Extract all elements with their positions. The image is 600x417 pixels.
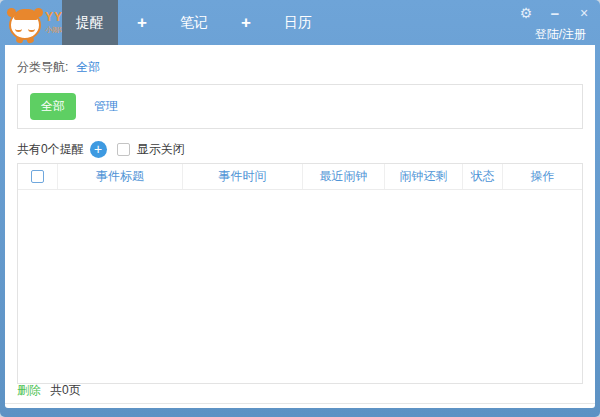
add-reminder-button[interactable]: + bbox=[90, 141, 107, 158]
col-alarm-remaining: 闹钟还剩 bbox=[385, 164, 463, 189]
app-logo: YY 小闹钟 bbox=[7, 3, 65, 43]
col-event-time: 事件时间 bbox=[183, 164, 303, 189]
close-button[interactable]: × bbox=[576, 5, 592, 21]
add-note-tab-button[interactable]: + bbox=[222, 0, 270, 45]
page-count-text: 共0页 bbox=[50, 382, 81, 399]
table-body-empty bbox=[18, 190, 582, 384]
main-tabs: 提醒 + 笔记 + 日历 bbox=[62, 0, 326, 45]
category-box: 全部 管理 bbox=[17, 84, 583, 129]
reminder-table: 事件标题 事件时间 最近闹钟 闹钟还剩 状态 操作 bbox=[17, 163, 583, 384]
settings-gear-icon[interactable]: ⚙ bbox=[518, 5, 534, 21]
titlebar: YY 小闹钟 提醒 + 笔记 + 日历 ⚙ − × 登陆/注册 bbox=[0, 0, 600, 45]
select-all-checkbox[interactable] bbox=[31, 170, 44, 183]
tab-notes[interactable]: 笔记 bbox=[166, 0, 222, 45]
delete-link[interactable]: 删除 bbox=[17, 382, 41, 399]
reminder-toolbar: 共有0个提醒 + 显示关闭 bbox=[17, 141, 185, 158]
col-recent-alarm: 最近闹钟 bbox=[303, 164, 385, 189]
alarm-girl-icon bbox=[9, 10, 41, 40]
show-closed-label: 显示关闭 bbox=[137, 141, 185, 158]
login-register-link[interactable]: 登陆/注册 bbox=[535, 26, 586, 43]
category-nav-current-link[interactable]: 全部 bbox=[76, 59, 100, 76]
select-all-cell bbox=[18, 164, 58, 189]
category-nav-row: 分类导航: 全部 bbox=[17, 59, 100, 76]
reminder-count-text: 共有0个提醒 bbox=[17, 141, 84, 158]
window-controls: ⚙ − × bbox=[518, 5, 592, 21]
category-nav-label: 分类导航: bbox=[17, 59, 68, 76]
footer-bar: 删除 共0页 bbox=[5, 382, 595, 404]
show-closed-checkbox[interactable] bbox=[117, 143, 130, 156]
table-header-row: 事件标题 事件时间 最近闹钟 闹钟还剩 状态 操作 bbox=[18, 164, 582, 190]
minimize-button[interactable]: − bbox=[547, 5, 563, 21]
col-actions: 操作 bbox=[503, 164, 582, 189]
category-all-button[interactable]: 全部 bbox=[30, 93, 76, 120]
manage-categories-link[interactable]: 管理 bbox=[94, 98, 118, 115]
main-content: 分类导航: 全部 全部 管理 共有0个提醒 + 显示关闭 事件标题 事件时间 最… bbox=[5, 45, 595, 408]
col-event-title: 事件标题 bbox=[58, 164, 183, 189]
app-window: YY 小闹钟 提醒 + 笔记 + 日历 ⚙ − × 登陆/注册 分类导航: 全部… bbox=[0, 0, 600, 417]
tab-reminder[interactable]: 提醒 bbox=[62, 0, 118, 45]
add-reminder-tab-button[interactable]: + bbox=[118, 0, 166, 45]
col-status: 状态 bbox=[463, 164, 503, 189]
tab-calendar[interactable]: 日历 bbox=[270, 0, 326, 45]
